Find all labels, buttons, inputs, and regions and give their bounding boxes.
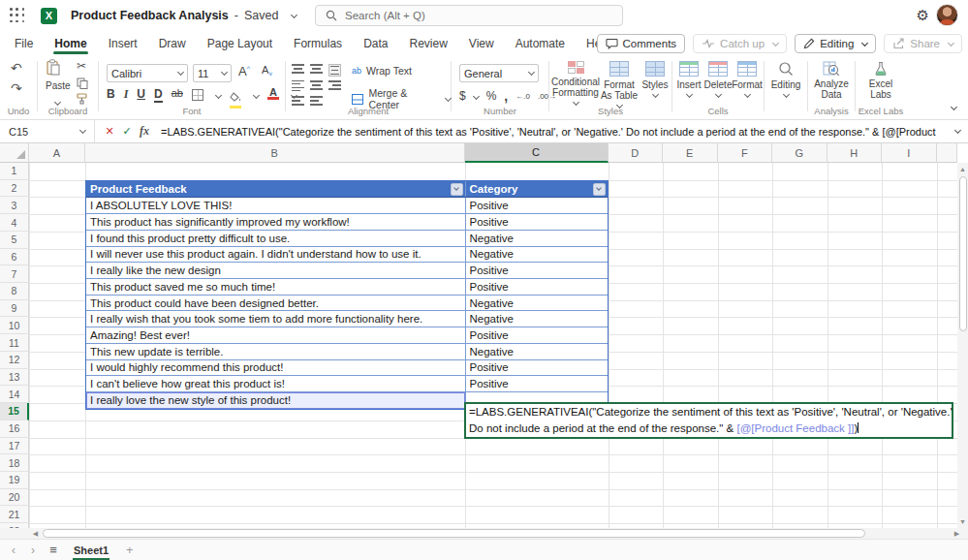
cell-edit-overlay[interactable]: =LABS.GENERATIVEAI("Categorize the senti… [464,402,953,438]
confirm-formula-button[interactable]: ✓ [118,123,136,140]
feedback-cell-b11[interactable]: Amazing! Best ever! [86,327,466,343]
format-as-table-button[interactable]: Format As Table [600,61,639,108]
category-cell-c4[interactable]: Positive [466,214,608,230]
row-header-3[interactable]: 3 [0,197,29,214]
previous-sheet-arrow[interactable]: ‹ [4,544,23,557]
align-center-button[interactable] [310,80,323,91]
italic-button[interactable]: I [124,87,129,102]
document-title-area[interactable]: Product Feedback Analysis - Saved [71,9,297,22]
select-all-corner[interactable] [0,143,29,163]
row-header-5[interactable]: 5 [0,232,29,249]
cancel-formula-button[interactable]: ✕ [101,123,118,140]
font-size-select[interactable]: 11 [193,64,232,82]
format-cells-button[interactable]: Format [733,61,762,97]
excel-labs-button[interactable]: Excel Labs [861,61,900,100]
column-header-E[interactable]: E [663,143,718,163]
search-input[interactable]: Search (Alt + Q) [315,5,623,26]
align-right-button[interactable] [328,80,341,91]
analyze-data-button[interactable]: Analyze Data [810,61,853,100]
category-cell-c3[interactable]: Positive [466,198,608,213]
currency-format-button[interactable]: $ [459,89,466,103]
delete-cells-button[interactable]: Delete [703,61,733,97]
align-bottom-button[interactable] [328,64,341,77]
row-header-17[interactable]: 17 [0,438,29,455]
row-header-19[interactable]: 19 [0,472,29,489]
column-header-G[interactable]: G [772,143,827,163]
editing-mode-button[interactable]: Editing [795,34,876,53]
app-launcher-icon[interactable] [10,8,25,23]
menu-tab-page-layout[interactable]: Page Layout [197,31,283,55]
filter-button[interactable] [451,183,463,196]
column-header-D[interactable]: D [609,143,664,163]
row-header-4[interactable]: 4 [0,214,29,232]
name-box[interactable]: C15 [0,120,95,142]
share-button[interactable]: Share [884,34,962,53]
number-format-select[interactable]: General [459,64,539,82]
row-header-6[interactable]: 6 [0,249,29,266]
column-header-H[interactable]: H [827,143,883,163]
row-header-12[interactable]: 12 [0,352,29,369]
formula-bar-expand-chevron-icon[interactable] [954,127,961,134]
category-cell-c10[interactable]: Negative [466,311,608,327]
row-header-15[interactable]: 15 [0,403,29,420]
menu-tab-draw[interactable]: Draw [148,31,197,55]
category-cell-c9[interactable]: Negative [466,296,608,311]
scroll-right-arrow[interactable]: ▶ [952,529,962,538]
percent-format-button[interactable]: % [486,89,497,103]
row-header-18[interactable]: 18 [0,454,29,472]
align-left-button[interactable] [292,80,304,91]
column-header-A[interactable]: A [29,143,85,163]
row-header-8[interactable]: 8 [0,283,29,300]
feedback-cell-b5[interactable]: I found this product pretty difficult to… [86,231,466,246]
row-header-1[interactable]: 1 [0,163,29,180]
filter-button[interactable] [593,183,606,196]
row-header-9[interactable]: 9 [0,300,29,318]
conditional-formatting-button[interactable]: Conditional Formatting [553,61,598,105]
wrap-text-button[interactable]: ab Wrap Text [352,65,412,77]
add-sheet-button[interactable]: + [126,543,134,557]
row-header-7[interactable]: 7 [0,265,29,283]
row-header-21[interactable]: 21 [0,506,29,523]
row-header-2[interactable]: 2 [0,180,29,198]
feedback-cell-b6[interactable]: I will never use this product again. I d… [86,247,466,263]
paste-button[interactable]: Paste [46,59,71,109]
menu-tab-insert[interactable]: Insert [98,31,148,55]
borders-button[interactable] [192,89,203,101]
row-header-20[interactable]: 20 [0,489,29,507]
feedback-cell-b3[interactable]: I ABSOLUTELY LOVE THIS! [86,198,466,213]
category-cell-c12[interactable]: Negative [466,344,608,359]
font-color-button[interactable]: A [267,87,279,100]
column-header-C[interactable]: C [465,143,609,163]
category-cell-c6[interactable]: Negative [466,247,608,263]
font-name-select[interactable]: Calibri [107,64,188,82]
menu-tab-view[interactable]: View [458,31,505,55]
category-cell-c5[interactable]: Negative [466,231,608,246]
menu-tab-automate[interactable]: Automate [505,31,576,55]
all-sheets-menu-icon[interactable]: ≡ [43,543,64,557]
excel-logo-icon[interactable]: X [41,8,57,24]
align-top-button[interactable] [292,64,304,77]
row-header-16[interactable]: 16 [0,420,29,438]
scroll-up-arrow[interactable]: ▲ [957,164,968,174]
category-cell-c13[interactable]: Positive [466,360,608,376]
strikethrough-button[interactable]: ab [172,87,183,99]
comments-button[interactable]: Comments [597,34,686,53]
row-header-13[interactable]: 13 [0,369,29,387]
comma-format-button[interactable]: , [504,88,508,104]
scroll-left-arrow[interactable]: ◀ [30,529,41,538]
menu-tab-home[interactable]: Home [44,31,97,55]
column-header-B[interactable]: B [85,143,465,163]
category-cell-c8[interactable]: Positive [466,279,608,295]
menu-tab-file[interactable]: File [4,31,44,55]
double-underline-button[interactable]: D [154,87,163,103]
feedback-cell-b14[interactable]: I can't believe how great this product i… [86,376,466,391]
increase-indent-button[interactable] [310,96,323,106]
title-chevron-icon[interactable] [291,11,297,17]
vertical-scroll-thumb[interactable] [959,176,967,331]
insert-function-button[interactable]: fx [136,123,153,140]
menu-tab-data[interactable]: Data [353,31,398,55]
scroll-down-arrow[interactable]: ▼ [957,516,968,527]
feedback-cell-b12[interactable]: This new update is terrible. [86,344,466,359]
category-cell-c11[interactable]: Positive [466,327,608,343]
feedback-cell-b8[interactable]: This product saved me so much time! [86,279,466,295]
